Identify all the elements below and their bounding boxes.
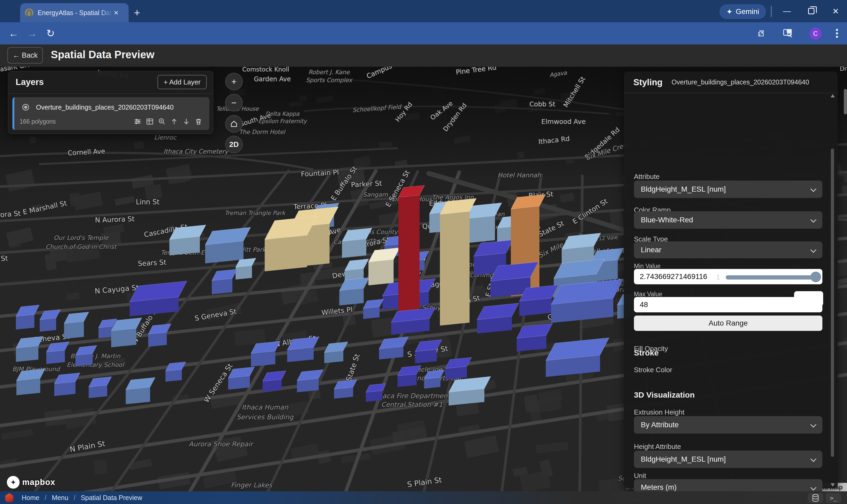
trash-icon: [195, 118, 202, 125]
gemini-button[interactable]: ✦ Gemini: [719, 4, 766, 19]
scale-type-select[interactable]: Linear: [634, 241, 823, 258]
window-minimize-button[interactable]: —: [778, 0, 796, 22]
arrow-down-icon: [182, 118, 190, 125]
terminal-button[interactable]: >_: [826, 493, 841, 503]
attribute-label: Attribute: [634, 173, 660, 181]
layer-style-button[interactable]: [131, 116, 144, 127]
map-label: Hotel Hannah: [498, 172, 541, 179]
layer-visibility-toggle[interactable]: [20, 102, 32, 112]
delete-layer-button[interactable]: [193, 116, 204, 127]
extrusion-height-label: Extrusion Height: [634, 408, 684, 416]
breadcrumb: Home / Menu / Spatial Data Preview: [22, 494, 142, 502]
attribute-select[interactable]: BldgHeight_M_ESL [num]: [634, 181, 823, 198]
extrusion-value: By Attribute: [641, 420, 679, 429]
extensions-puzzle-icon[interactable]: [753, 22, 769, 44]
move-layer-down-button[interactable]: [180, 116, 193, 127]
chevron-down-icon: [810, 217, 816, 223]
map-label: Parker St: [351, 179, 382, 189]
chevron-down-icon: [810, 485, 816, 491]
map-label: Ithaca City Cemetery: [164, 148, 229, 155]
restore-icon: [808, 8, 814, 14]
fill-opacity-slider-thumb[interactable]: [810, 272, 821, 282]
eye-icon: [22, 103, 30, 111]
zoom-to-layer-button[interactable]: [156, 116, 168, 127]
map-label: Aurora Shoe Repair: [189, 440, 254, 448]
styling-scrollbar-thumb[interactable]: [831, 148, 834, 457]
arrow-up-icon: [170, 118, 178, 125]
map-label: Our Lord's Temple: [53, 234, 109, 241]
map-label: Sports Complex: [306, 77, 353, 84]
window-restore-button[interactable]: [802, 0, 821, 22]
table-icon: [146, 118, 154, 125]
extrusion-height-select[interactable]: By Attribute: [634, 416, 823, 434]
mapbox-icon: [7, 476, 20, 489]
layer-name: Overture_buildings_places_20260203T09464…: [36, 104, 174, 111]
styling-title: Styling: [633, 77, 663, 87]
map-label: Ithaca Fire Department: [374, 392, 451, 400]
stroke-section-title: Stroke: [634, 348, 659, 357]
map-label: Treman Triangle Park: [224, 210, 286, 216]
home-extent-button[interactable]: [225, 115, 243, 132]
new-tab-button[interactable]: +: [134, 7, 140, 18]
forward-button[interactable]: →: [23, 22, 41, 44]
color-ramp-select[interactable]: Blue-White-Red: [634, 211, 823, 229]
add-layer-button[interactable]: + Add Layer: [158, 75, 207, 89]
breadcrumb-current: Spatial Data Preview: [81, 494, 142, 502]
mapbox-wordmark: mapbox: [22, 478, 55, 487]
sliders-icon: [134, 118, 142, 125]
divider: [8, 93, 213, 94]
screen-search-icon[interactable]: [780, 22, 796, 44]
browser-menu-icon[interactable]: •••: [832, 28, 842, 39]
map-label: Dr: [840, 67, 847, 72]
database-button[interactable]: [808, 493, 823, 503]
viz-section-title: 3D Visualization: [634, 391, 695, 399]
terminal-icon: >_: [830, 495, 837, 501]
chevron-down-icon: [810, 456, 816, 462]
map-label: Robert J. Kane: [308, 69, 350, 75]
fill-opacity-value: 1: [699, 273, 720, 282]
map-label: E Marshall St: [22, 199, 68, 216]
styling-scrollbar[interactable]: [831, 94, 834, 487]
map-label: N Aurora St: [95, 215, 135, 224]
map-label: Llenroc: [154, 134, 177, 141]
map-label: Central Station #1: [381, 401, 443, 409]
window-close-button[interactable]: ✕: [826, 0, 845, 22]
browser-tab[interactable]: EnergyAtlas - Spatial Data Pre ×: [20, 3, 129, 22]
scroll-up-arrow-icon[interactable]: [831, 94, 835, 97]
zoom-in-magnifier-icon: [158, 118, 166, 125]
fill-opacity-slider[interactable]: [726, 275, 817, 280]
breadcrumb-home[interactable]: Home: [22, 494, 39, 502]
profile-avatar[interactable]: C: [809, 28, 822, 40]
auto-range-button[interactable]: Auto Range: [634, 316, 823, 331]
zoom-in-button[interactable]: +: [225, 73, 243, 90]
layers-panel: Layers + Add Layer Overture_buildings_pl…: [8, 71, 213, 134]
toggle-2d-button[interactable]: 2D: [225, 136, 243, 153]
map-label: Church of God in Christ: [46, 243, 117, 250]
tab-close-icon[interactable]: ×: [114, 8, 119, 17]
window-separator: [771, 6, 772, 17]
stroke-color-swatch[interactable]: [794, 291, 823, 306]
tab-favicon-globe-icon: [25, 8, 33, 17]
scale-type-value: Linear: [641, 246, 662, 254]
map-label: Comstock Knoll: [242, 67, 289, 73]
attribute-table-button[interactable]: [144, 116, 156, 127]
mapbox-logo: mapbox: [7, 476, 55, 489]
zoom-out-button[interactable]: −: [225, 94, 243, 111]
scroll-down-arrow-icon[interactable]: [831, 483, 835, 487]
browser-titlebar: EnergyAtlas - Spatial Data Pre × + ✦ Gem…: [0, 0, 847, 22]
height-attribute-label: Height Attribute: [634, 443, 681, 451]
tab-title: EnergyAtlas - Spatial Data Pre: [38, 9, 112, 17]
reload-button[interactable]: ↻: [42, 22, 59, 44]
layer-card[interactable]: Overture_buildings_places_20260203T09464…: [13, 97, 209, 130]
page-scrollbar-thumb[interactable]: [844, 89, 847, 114]
map-label: Linn St: [136, 198, 160, 206]
height-attribute-select[interactable]: BldgHeight_M_ESL [num]: [634, 451, 823, 468]
styling-layer-name: Overture_buildings_places_20260203T09464…: [671, 78, 809, 86]
breadcrumb-menu[interactable]: Menu: [52, 494, 69, 502]
move-layer-up-button[interactable]: [168, 116, 180, 127]
back-button[interactable]: ←: [5, 22, 22, 44]
screenshot-root: EnergyAtlas - Spatial Data Pre × + ✦ Gem…: [0, 0, 847, 504]
map-label: Services Building: [237, 413, 294, 421]
chevron-down-icon: [810, 186, 816, 192]
back-page-button[interactable]: ← Back: [7, 47, 43, 64]
